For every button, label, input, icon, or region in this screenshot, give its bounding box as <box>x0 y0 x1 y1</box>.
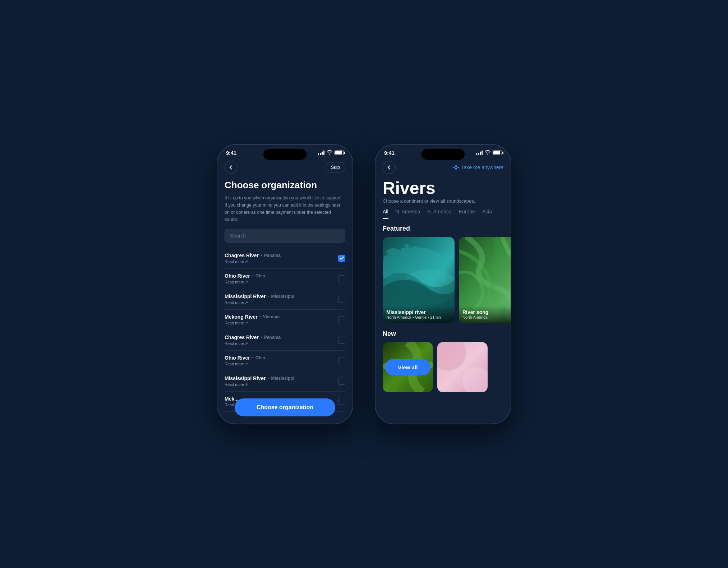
org-name-1: Chagres River <box>225 253 259 258</box>
org-name-5: Chagres River <box>225 334 259 340</box>
riversong-card-overlay: River song North America <box>459 306 511 323</box>
org-item-6[interactable]: Ohio River Ohio Read more ↗ <box>225 351 345 371</box>
rivers-subtitle: Choose a continent or view all soundscap… <box>375 198 511 209</box>
skip-button[interactable]: Skip <box>326 162 345 172</box>
tab-n-america[interactable]: N. America <box>396 209 420 219</box>
checkbox-8[interactable] <box>338 398 345 405</box>
checkbox-3[interactable] <box>338 296 345 303</box>
take-me-anywhere-label: Take me anywhere <box>461 165 503 170</box>
org-name-8: Mek... <box>225 396 239 402</box>
org-name-3: Mississippi River <box>225 294 266 299</box>
search-input[interactable] <box>225 229 345 243</box>
org-list: Chagres River Panama Read more ↗ <box>217 248 353 412</box>
mississippi-card-title: Mississippi river <box>386 309 451 315</box>
org-item-1[interactable]: Chagres River Panama Read more ↗ <box>225 248 345 269</box>
read-more-4[interactable]: Read more ↗ <box>225 321 280 325</box>
battery-icon-1 <box>335 151 344 155</box>
tab-asia[interactable]: Asia <box>482 209 492 219</box>
featured-label: Featured <box>375 225 511 237</box>
battery-icon-2 <box>493 151 502 155</box>
rivers-title: Rivers <box>375 177 511 198</box>
phone-screen-2: 9:41 <box>375 145 511 424</box>
new-row: View all <box>375 342 511 392</box>
new-card-pink[interactable] <box>437 342 488 392</box>
org-title: Choose organization <box>217 177 353 194</box>
org-name-4: Mekong River <box>225 314 258 320</box>
mississippi-card-meta: North America • Gentle • 21min <box>386 315 451 319</box>
power-button <box>353 195 353 217</box>
mississippi-card-overlay: Mississippi river North America • Gentle… <box>383 306 455 323</box>
time-1: 9:41 <box>226 150 236 156</box>
read-more-5[interactable]: Read more ↗ <box>225 341 281 346</box>
wifi-icon-2 <box>485 150 490 156</box>
choose-org-button[interactable]: Choose organization <box>235 398 335 416</box>
org-name-2: Ohio River <box>225 273 250 279</box>
tabs-container: All N. America S. America Europe Asia <box>375 209 511 219</box>
org-item-2[interactable]: Ohio River Ohio Read more ↗ <box>225 269 345 289</box>
signal-icon-2 <box>476 151 483 155</box>
checkbox-5[interactable] <box>338 337 345 344</box>
back-button-1[interactable] <box>225 161 238 174</box>
take-me-anywhere-button[interactable]: Take me anywhere <box>453 165 503 170</box>
read-more-3[interactable]: Read more ↗ <box>225 300 294 305</box>
checkbox-2[interactable] <box>338 275 345 282</box>
status-icons-1 <box>318 150 344 156</box>
phone-shell-1: 9:41 <box>217 144 353 424</box>
read-more-7[interactable]: Read more ↗ <box>225 382 294 387</box>
org-location-1: Panama <box>264 253 281 258</box>
battery-fill-1 <box>335 151 342 154</box>
signal-icon-1 <box>318 151 324 155</box>
new-card-green[interactable]: View all <box>383 342 433 392</box>
org-location-6: Ohio <box>255 355 265 360</box>
org-name-7: Mississippi River <box>225 375 266 381</box>
featured-row: Mississippi river North America • Gentle… <box>375 237 511 323</box>
org-location-3: Mississippi <box>271 294 294 299</box>
tab-europe[interactable]: Europe <box>459 209 475 219</box>
org-description: It is up to you which organisation you w… <box>217 194 353 229</box>
rivers-nav-bar: Take me anywhere <box>375 158 511 177</box>
tab-s-america[interactable]: S. America <box>427 209 452 219</box>
org-location-5: Panama <box>264 335 281 340</box>
org-screen: Skip Choose organization It is up to you… <box>217 158 353 424</box>
dynamic-island-1 <box>263 149 307 160</box>
new-label: New <box>375 330 511 342</box>
riversong-card-meta: North America <box>462 315 511 319</box>
battery-fill-2 <box>493 151 500 154</box>
rivers-screen: Take me anywhere Rivers Choose a contine… <box>375 158 511 424</box>
org-item-3[interactable]: Mississippi River Mississippi Read more … <box>225 289 345 310</box>
checkbox-7[interactable] <box>338 378 345 385</box>
org-location-2: Ohio <box>255 273 265 278</box>
checkbox-6[interactable] <box>338 357 345 364</box>
phone-2: 9:41 <box>375 144 511 424</box>
riversong-card-title: River song <box>462 309 511 315</box>
checkbox-4[interactable] <box>338 316 345 323</box>
org-name-6: Ohio River <box>225 355 250 361</box>
phone-shell-2: 9:41 <box>375 144 511 424</box>
status-icons-2 <box>476 150 502 156</box>
search-container <box>217 229 353 248</box>
tab-all[interactable]: All <box>383 209 388 219</box>
checkbox-1[interactable] <box>338 255 345 262</box>
view-all-button[interactable]: View all <box>385 359 431 375</box>
featured-card-mississippi[interactable]: Mississippi river North America • Gentle… <box>383 237 455 323</box>
read-more-6[interactable]: Read more ↗ <box>225 362 265 366</box>
phone-1: 9:41 <box>217 144 353 424</box>
dynamic-island-2 <box>421 149 465 160</box>
featured-card-riversong[interactable]: River song North America <box>459 237 511 323</box>
org-item-5[interactable]: Chagres River Panama Read more ↗ <box>225 330 345 351</box>
power-button-2 <box>511 195 511 217</box>
org-nav-bar: Skip <box>217 158 353 177</box>
pink-bg <box>437 342 488 392</box>
wifi-icon-1 <box>327 150 332 156</box>
read-more-2[interactable]: Read more ↗ <box>225 280 265 285</box>
org-location-7: Mississippi <box>271 376 294 381</box>
time-2: 9:41 <box>384 150 395 156</box>
org-location-4: Vietnam <box>263 314 280 319</box>
read-more-1[interactable]: Read more ↗ <box>225 259 281 264</box>
org-item-4[interactable]: Mekong River Vietnam Read more ↗ <box>225 310 345 330</box>
compass-icon <box>453 165 459 170</box>
back-button-2[interactable] <box>383 161 396 174</box>
phone-screen-1: 9:41 <box>217 145 353 424</box>
org-item-7[interactable]: Mississippi River Mississippi Read more … <box>225 371 345 392</box>
